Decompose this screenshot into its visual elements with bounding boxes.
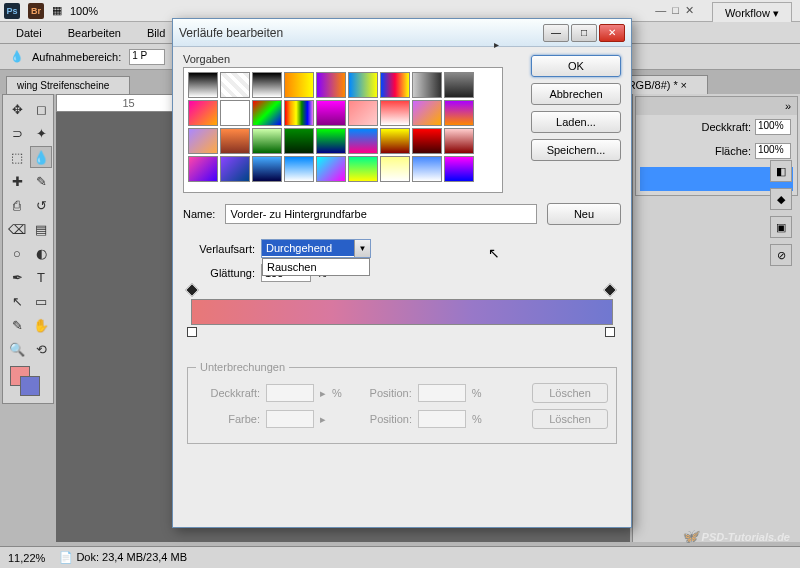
- gradient-preview[interactable]: [191, 299, 613, 325]
- opacity-stop[interactable]: [605, 285, 617, 297]
- history-panel-icon[interactable]: ⊘: [770, 244, 792, 266]
- save-button[interactable]: Speichern...: [531, 139, 621, 161]
- gradient-preset[interactable]: [380, 156, 410, 182]
- opacity-input[interactable]: 100%: [755, 119, 791, 135]
- menu-edit[interactable]: Bearbeiten: [62, 24, 127, 42]
- fill-input[interactable]: 100%: [755, 143, 791, 159]
- gradient-preset[interactable]: [348, 156, 378, 182]
- gradient-preset[interactable]: [284, 72, 314, 98]
- stamp-tool-icon[interactable]: ⎙: [6, 194, 28, 216]
- gradient-preset[interactable]: [316, 128, 346, 154]
- gradient-preset[interactable]: [188, 72, 218, 98]
- gradient-bar-editor[interactable]: [191, 299, 613, 325]
- gradient-preset[interactable]: [444, 156, 474, 182]
- type-tool-icon[interactable]: T: [30, 266, 52, 288]
- lasso-tool-icon[interactable]: ⊃: [6, 122, 28, 144]
- color-swatches[interactable]: [6, 364, 52, 400]
- rotate-tool-icon[interactable]: ⟲: [30, 338, 52, 360]
- name-input[interactable]: [225, 204, 537, 224]
- move-tool-icon[interactable]: ✥: [6, 98, 28, 120]
- history-tool-icon[interactable]: ↺: [30, 194, 52, 216]
- opacity-stop[interactable]: [187, 285, 199, 297]
- menu-image[interactable]: Bild: [141, 24, 171, 42]
- swatches-panel-icon[interactable]: ◧: [770, 160, 792, 182]
- load-button[interactable]: Laden...: [531, 111, 621, 133]
- gradient-preset[interactable]: [252, 156, 282, 182]
- eraser-tool-icon[interactable]: ⌫: [6, 218, 28, 240]
- dodge-tool-icon[interactable]: ◐: [30, 242, 52, 264]
- gradient-preset[interactable]: [412, 156, 442, 182]
- color-stop[interactable]: [187, 327, 199, 339]
- gradient-preset[interactable]: [316, 72, 346, 98]
- eyedropper-tool-icon[interactable]: 💧: [30, 146, 52, 168]
- marquee-tool-icon[interactable]: ◻: [30, 98, 52, 120]
- close-icon[interactable]: ✕: [685, 4, 694, 17]
- gradient-preset[interactable]: [220, 72, 250, 98]
- gradient-preset[interactable]: [444, 128, 474, 154]
- ok-button[interactable]: OK: [531, 55, 621, 77]
- gradient-preset[interactable]: [220, 100, 250, 126]
- gradient-preset[interactable]: [348, 72, 378, 98]
- range-input[interactable]: 1 P: [129, 49, 165, 65]
- dropdown-option[interactable]: Rauschen: [263, 259, 369, 275]
- adjustments-panel-icon[interactable]: ▣: [770, 216, 792, 238]
- new-button[interactable]: Neu: [547, 203, 621, 225]
- gradient-preset[interactable]: [284, 100, 314, 126]
- wand-tool-icon[interactable]: ✦: [30, 122, 52, 144]
- document-tab[interactable]: wing Streifenscheine: [6, 76, 130, 94]
- gradient-preset[interactable]: [412, 72, 442, 98]
- minimize-icon[interactable]: —: [543, 24, 569, 42]
- hand-tool-icon[interactable]: ✋: [30, 314, 52, 336]
- dialog-titlebar[interactable]: Verläufe bearbeiten — □ ✕: [173, 19, 631, 47]
- gradient-preset[interactable]: [316, 156, 346, 182]
- gradient-preset[interactable]: [316, 100, 346, 126]
- gradient-preset[interactable]: [252, 100, 282, 126]
- gradient-preset[interactable]: [220, 128, 250, 154]
- cancel-button[interactable]: Abbrechen: [531, 83, 621, 105]
- background-swatch[interactable]: [20, 376, 40, 396]
- gradient-preset[interactable]: [188, 100, 218, 126]
- gradient-preset[interactable]: [284, 128, 314, 154]
- gradient-preset[interactable]: [412, 100, 442, 126]
- chevron-down-icon[interactable]: ▼: [354, 240, 370, 257]
- close-icon[interactable]: ✕: [599, 24, 625, 42]
- zoom-readout[interactable]: 11,22%: [8, 552, 45, 564]
- flyout-icon[interactable]: ▸: [494, 39, 499, 50]
- gradient-preset[interactable]: [444, 100, 474, 126]
- zoom-tool-icon[interactable]: 🔍: [6, 338, 28, 360]
- toolbar-icon[interactable]: ▦: [52, 4, 62, 17]
- minimize-icon[interactable]: —: [655, 4, 666, 17]
- zoom-value[interactable]: 100%: [70, 5, 98, 17]
- gradient-preset[interactable]: [220, 156, 250, 182]
- menu-file[interactable]: Datei: [10, 24, 48, 42]
- blur-tool-icon[interactable]: ○: [6, 242, 28, 264]
- type-dropdown[interactable]: Durchgehend ▼ Rauschen: [261, 239, 371, 258]
- bridge-icon[interactable]: Br: [28, 3, 44, 19]
- gradient-preset[interactable]: [412, 128, 442, 154]
- gradient-preset[interactable]: [348, 128, 378, 154]
- gradient-tool-icon[interactable]: ▤: [30, 218, 52, 240]
- gradient-preset[interactable]: [252, 72, 282, 98]
- notes-tool-icon[interactable]: ✎: [6, 314, 28, 336]
- maximize-icon[interactable]: □: [571, 24, 597, 42]
- styles-panel-icon[interactable]: ◆: [770, 188, 792, 210]
- brush-tool-icon[interactable]: ✎: [30, 170, 52, 192]
- maximize-icon[interactable]: □: [672, 4, 679, 17]
- gradient-preset[interactable]: [348, 100, 378, 126]
- shape-tool-icon[interactable]: ▭: [30, 290, 52, 312]
- gradient-preset[interactable]: [380, 128, 410, 154]
- color-stop[interactable]: [605, 327, 617, 339]
- gradient-preset[interactable]: [380, 72, 410, 98]
- close-icon[interactable]: ×: [681, 79, 687, 91]
- gradient-preset[interactable]: [284, 156, 314, 182]
- path-tool-icon[interactable]: ↖: [6, 290, 28, 312]
- gradient-preset[interactable]: [252, 128, 282, 154]
- gradient-preset[interactable]: [188, 128, 218, 154]
- panel-menu-icon[interactable]: »: [785, 100, 791, 112]
- heal-tool-icon[interactable]: ✚: [6, 170, 28, 192]
- gradient-preset[interactable]: [188, 156, 218, 182]
- gradient-preset[interactable]: [444, 72, 474, 98]
- gradient-preset[interactable]: [380, 100, 410, 126]
- crop-tool-icon[interactable]: ⬚: [6, 146, 28, 168]
- pen-tool-icon[interactable]: ✒: [6, 266, 28, 288]
